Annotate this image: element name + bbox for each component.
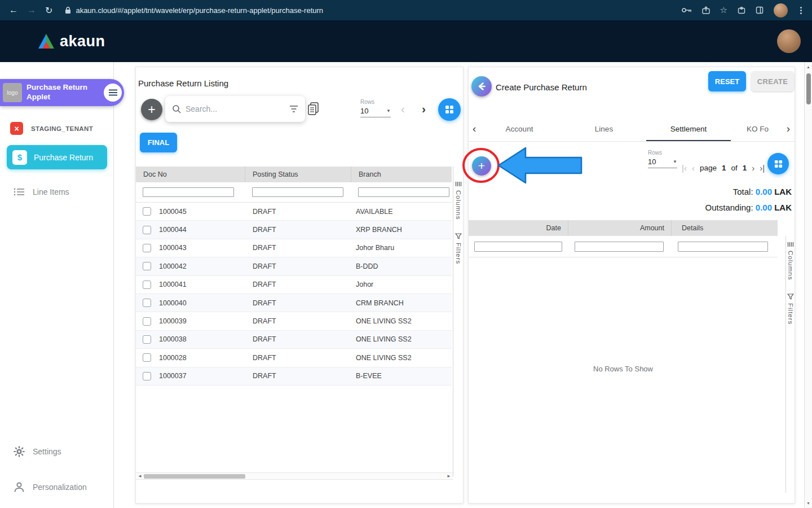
tabs-scroll-right-icon[interactable]: ›: [787, 122, 790, 135]
vertical-scrollbar-thumb[interactable]: [806, 73, 811, 104]
first-page-button[interactable]: |‹: [682, 163, 687, 173]
columns-icon: [787, 242, 794, 247]
table-row[interactable]: 1000040DRAFTCRM BRANCH: [136, 294, 452, 312]
listing-prev-page-button[interactable]: ‹: [401, 102, 405, 116]
row-checkbox[interactable]: [143, 335, 151, 344]
row-checkbox[interactable]: [143, 207, 151, 216]
col-amount[interactable]: Amount: [568, 220, 672, 236]
table-row[interactable]: 1000038DRAFTONE LIVING SS2: [136, 331, 452, 349]
browser-reload-icon[interactable]: ↻: [45, 5, 52, 16]
address-bar[interactable]: akaun.cloud/#/applet/tnt/wavelet/erp/pur…: [76, 6, 323, 15]
col-date[interactable]: Date: [469, 220, 568, 236]
row-checkbox[interactable]: [143, 226, 151, 234]
filter-posting-status-input[interactable]: [252, 187, 343, 197]
tabs-scroll-left-icon[interactable]: ‹: [473, 122, 476, 135]
posting-status-cell: DRAFT: [245, 317, 351, 325]
bookmark-star-icon[interactable]: ☆: [720, 5, 727, 15]
key-icon[interactable]: [682, 7, 692, 13]
next-page-button[interactable]: ›: [752, 163, 754, 173]
scroll-left-arrow[interactable]: ◄: [138, 474, 142, 479]
table-row[interactable]: 1000045DRAFTAVAILABLE: [136, 203, 452, 221]
akaun-logo[interactable]: akaun: [37, 33, 105, 50]
settlement-grid-view-button[interactable]: [767, 153, 789, 174]
listing-filter-row: [136, 182, 452, 203]
share-icon[interactable]: [702, 6, 710, 14]
listing-grid-view-button[interactable]: [438, 98, 461, 121]
settlement-rows-per-page-select[interactable]: Rows 10 ▼: [648, 150, 677, 168]
detail-title: Create Purchase Return: [496, 82, 587, 92]
browser-profile-avatar[interactable]: [774, 3, 788, 17]
horizontal-scrollbar-thumb[interactable]: [144, 474, 245, 479]
vertical-scrollbar[interactable]: ▲ ▼: [804, 62, 812, 508]
duplicate-records-icon[interactable]: [308, 102, 319, 118]
create-button[interactable]: CREATE: [751, 71, 794, 91]
sidebar-item-tenant[interactable]: × STAGING_TENANT: [10, 122, 93, 135]
search-input[interactable]: [186, 104, 289, 113]
back-button[interactable]: [471, 76, 492, 97]
reset-button[interactable]: RESET: [708, 71, 746, 91]
table-row[interactable]: 1000043DRAFTJohor Bharu: [136, 239, 452, 257]
tab-settlement[interactable]: Settlement: [646, 117, 731, 141]
row-checkbox[interactable]: [143, 299, 151, 307]
browser-menu-icon[interactable]: [800, 10, 802, 11]
horizontal-scrollbar[interactable]: ◄ ►: [136, 472, 453, 480]
col-doc-no[interactable]: Doc No: [136, 167, 245, 182]
col-branch[interactable]: Branch: [351, 167, 452, 182]
filters-side-tab[interactable]: Filters: [455, 233, 462, 264]
grid-icon: [774, 159, 783, 169]
user-avatar[interactable]: [777, 29, 801, 53]
branch-cell: CRM BRANCH: [351, 299, 452, 307]
table-row[interactable]: 1000037DRAFTB-EVEE: [136, 367, 452, 386]
row-checkbox[interactable]: [143, 353, 151, 362]
extensions-icon[interactable]: [738, 6, 745, 14]
columns-side-tab[interactable]: Columns: [455, 181, 462, 220]
filter-details-input[interactable]: [678, 242, 768, 252]
row-checkbox[interactable]: [143, 281, 151, 289]
browser-chrome: ← → ↻ akaun.cloud/#/applet/tnt/wavelet/e…: [0, 0, 812, 20]
filter-doc-no-input[interactable]: [143, 187, 234, 197]
rows-per-page-select[interactable]: Rows 10 ▼: [360, 99, 391, 117]
row-checkbox[interactable]: [143, 317, 151, 326]
tab-lines[interactable]: Lines: [562, 117, 646, 141]
ssl-lock-icon: [65, 6, 71, 14]
row-checkbox[interactable]: [143, 244, 151, 252]
sidebar-item-purchase-return[interactable]: $ Purchase Return: [7, 145, 107, 169]
sidebar-item-settings[interactable]: Settings: [14, 446, 61, 457]
browser-forward-icon[interactable]: →: [27, 5, 36, 15]
row-checkbox[interactable]: [143, 262, 151, 270]
filter-branch-input[interactable]: [358, 187, 449, 197]
col-posting-status[interactable]: Posting Status: [245, 167, 351, 182]
final-filter-button[interactable]: FINAL: [140, 133, 177, 152]
filters-side-tab[interactable]: Filters: [787, 294, 794, 325]
sidebar-collapse-button[interactable]: [104, 84, 122, 102]
window-icon[interactable]: [756, 6, 764, 14]
list-icon: [14, 188, 25, 196]
sidebar-item-personalization[interactable]: Personalization: [14, 481, 87, 493]
add-purchase-return-button[interactable]: +: [141, 99, 162, 120]
filter-amount-input[interactable]: [575, 242, 664, 252]
filter-date-input[interactable]: [474, 242, 562, 252]
row-checkbox[interactable]: [143, 372, 151, 380]
tab-account[interactable]: Account: [477, 117, 562, 141]
table-row[interactable]: 1000041DRAFTJohor: [136, 276, 452, 294]
browser-back-icon[interactable]: ←: [9, 5, 18, 15]
prev-page-button[interactable]: ‹: [692, 163, 695, 173]
col-details[interactable]: Details: [672, 220, 778, 236]
add-settlement-line-button[interactable]: +: [472, 156, 491, 176]
tab-ko-form[interactable]: KO Fo: [731, 117, 784, 141]
columns-side-tab[interactable]: Columns: [787, 242, 794, 280]
filter-lines-icon[interactable]: [289, 104, 298, 113]
scroll-right-arrow[interactable]: ►: [447, 474, 451, 479]
table-row[interactable]: 1000042DRAFTB-DDD: [136, 257, 452, 275]
table-row[interactable]: 1000044DRAFTXRP BRANCH: [136, 221, 452, 239]
table-row[interactable]: 1000039DRAFTONE LIVING SS2: [136, 312, 452, 330]
outstanding-value: 0.00: [756, 203, 772, 212]
applet-header[interactable]: logo Purchase Return Applet: [0, 79, 124, 106]
scroll-down-arrow[interactable]: ▼: [805, 501, 812, 505]
sidebar-item-line-items[interactable]: Line Items: [14, 187, 69, 196]
table-row[interactable]: 1000028DRAFTONE LIVING SS2: [136, 349, 452, 367]
screen: ← → ↻ akaun.cloud/#/applet/tnt/wavelet/e…: [0, 0, 812, 508]
last-page-button[interactable]: ›|: [760, 163, 765, 173]
listing-next-page-button[interactable]: ›: [422, 102, 426, 116]
scroll-up-arrow[interactable]: ▲: [805, 65, 812, 69]
